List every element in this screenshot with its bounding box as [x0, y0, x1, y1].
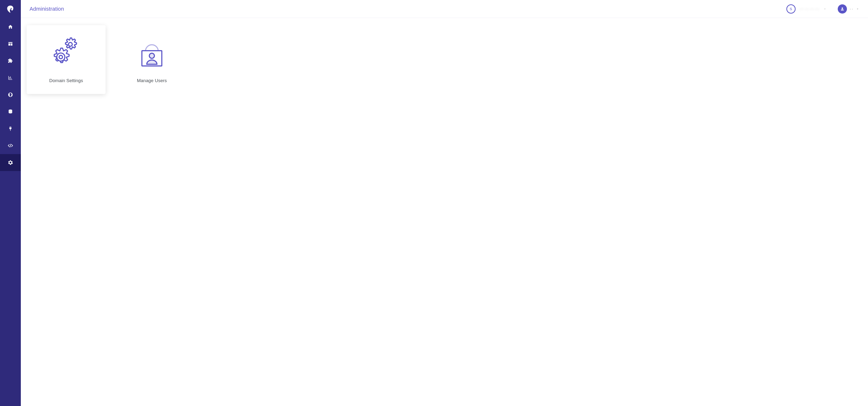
card-manage-users[interactable]: Manage Users	[113, 25, 191, 94]
puzzle-icon	[8, 58, 13, 63]
user-menu[interactable]: - -	[838, 4, 859, 13]
sidebar-item-globe[interactable]	[0, 86, 21, 103]
gears-icon	[49, 36, 83, 70]
user-lock-icon	[135, 36, 169, 70]
gear-icon	[8, 160, 13, 165]
sidebar-item-extensions[interactable]	[0, 52, 21, 69]
user-avatar	[838, 4, 847, 13]
chevron-down-icon	[823, 7, 827, 11]
card-label: Manage Users	[137, 78, 167, 83]
svg-point-2	[68, 42, 72, 46]
content: Domain Settings Manage Users	[21, 18, 868, 101]
svg-point-6	[149, 53, 155, 58]
globe-icon	[8, 92, 13, 97]
header: Administration S — — — — - -	[21, 0, 868, 18]
card-label: Domain Settings	[49, 78, 83, 83]
database-icon	[8, 109, 13, 114]
sidebar-item-code[interactable]	[0, 137, 21, 154]
sidebar-item-analytics[interactable]	[0, 69, 21, 86]
sidebar-item-home[interactable]	[0, 19, 21, 35]
layout-icon	[8, 41, 13, 46]
user-label: - -	[850, 7, 853, 11]
sidebar-item-database[interactable]	[0, 103, 21, 120]
org-avatar: S	[786, 4, 796, 13]
sidebar-item-layout[interactable]	[0, 35, 21, 52]
home-icon	[8, 24, 13, 30]
svg-point-4	[59, 56, 62, 59]
sidebar-item-settings[interactable]	[0, 154, 21, 171]
code-icon	[8, 143, 13, 148]
card-domain-settings[interactable]: Domain Settings	[27, 25, 105, 94]
org-name: — — — —	[800, 6, 819, 11]
logo[interactable]	[0, 0, 21, 19]
user-icon	[840, 7, 844, 11]
logo-icon	[6, 5, 15, 13]
org-switcher[interactable]: S — — — —	[786, 4, 827, 13]
sidebar-item-plug[interactable]	[0, 120, 21, 137]
chart-icon	[8, 75, 13, 81]
plug-icon	[8, 126, 13, 131]
page-title: Administration	[30, 6, 64, 12]
chevron-down-icon	[856, 7, 859, 11]
svg-point-0	[11, 8, 12, 9]
sidebar	[0, 0, 21, 406]
